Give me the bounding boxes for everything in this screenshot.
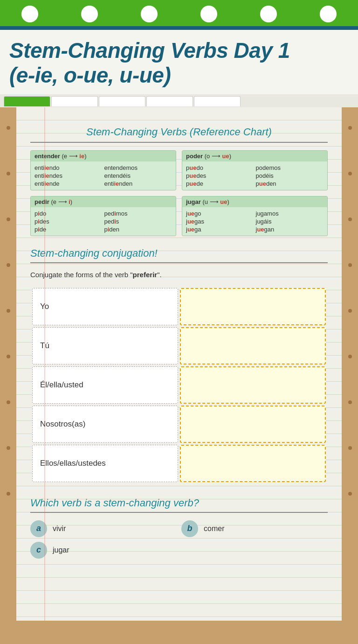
answer-cell-nosotros[interactable] xyxy=(180,406,326,443)
verb-form: piden xyxy=(104,226,172,233)
header-dot-5 xyxy=(260,6,277,22)
verb-form: puedo xyxy=(186,164,254,171)
pronoun-cell-el: Él/ella/usted xyxy=(32,366,178,404)
mc-text-c: jugar xyxy=(53,546,69,554)
mc-text-b: comer xyxy=(204,525,224,533)
verb-form: juego xyxy=(186,210,254,217)
answer-cell-ellos[interactable] xyxy=(180,445,326,482)
verb-box-jugar: jugar (u ⟶ ue) juego jugamos juegas jugá… xyxy=(182,196,328,236)
conjugation-table: Yo Tú Él/ella/usted Nosotros(as) xyxy=(30,286,328,484)
answer-cell-yo[interactable] xyxy=(180,288,326,325)
verb-form: pide xyxy=(34,226,103,233)
conjugation-instruction: Conjugate the forms of the verb "preferi… xyxy=(30,271,328,279)
nav-tab-3[interactable] xyxy=(99,96,145,106)
nav-tab-4[interactable] xyxy=(146,96,193,106)
verb-box-jugar-header: jugar (u ⟶ ue) xyxy=(182,196,327,207)
right-dot-7 xyxy=(348,400,352,404)
verb-form: puede xyxy=(186,180,254,187)
header-dot-6 xyxy=(320,6,337,22)
verb-box-pedir-body: pido pedimos pides pedis pide piden xyxy=(31,207,176,236)
verb-box-entender-body: entiiendo entendemos entiiendes entendéi… xyxy=(31,161,176,190)
verb-form: entiiendo xyxy=(34,164,103,171)
mc-divider xyxy=(30,512,328,513)
header-dot-4 xyxy=(200,6,217,22)
verb-box-poder: poder (o ⟶ ue) puedo podemos puedes podé… xyxy=(182,150,328,190)
right-dot-8 xyxy=(348,446,352,450)
conjugation-row-ellos: Ellos/ellas/ustedes xyxy=(32,445,326,482)
pronoun-cell-yo: Yo xyxy=(32,288,178,325)
mc-option-b[interactable]: b comer xyxy=(181,520,328,537)
verb-box-pedir: pedir (e ⟶ i) pido pedimos pides pedis p… xyxy=(30,196,176,236)
margin-dot-7 xyxy=(7,400,10,404)
nav-tab-5[interactable] xyxy=(194,96,241,106)
mc-badge-c: c xyxy=(30,542,47,559)
right-dot-4 xyxy=(348,263,352,267)
verb-form: entendéis xyxy=(104,172,172,179)
verb-box-jugar-body: juego jugamos juegas jugáis juega juegan xyxy=(182,207,327,236)
margin-dot-5 xyxy=(7,309,10,313)
right-dot-2 xyxy=(348,172,352,175)
right-dot-5 xyxy=(348,309,352,313)
pronoun-cell-nosotros: Nosotros(as) xyxy=(32,406,178,443)
verb-form: podéis xyxy=(256,172,324,179)
verb-form: juegan xyxy=(256,226,324,233)
main-content: Stem-Changing Verbs (Reference Chart) en… xyxy=(16,107,342,621)
nav-tab-1[interactable] xyxy=(4,96,50,106)
conjugation-title: Stem-changing conjugation! xyxy=(30,247,328,259)
conjugation-divider xyxy=(30,262,328,263)
right-margin xyxy=(342,107,358,621)
reference-chart-title: Stem-Changing Verbs (Reference Chart) xyxy=(30,126,328,138)
verb-form: pedis xyxy=(104,218,172,225)
margin-dot-8 xyxy=(7,446,10,450)
title-area: Stem-Changing Verbs Day 1 (e-ie, o-ue, u… xyxy=(0,30,358,94)
verb-form: pides xyxy=(34,218,103,225)
dark-bar xyxy=(0,26,358,30)
answer-cell-el[interactable] xyxy=(180,366,326,404)
mc-option-c[interactable]: c jugar xyxy=(30,542,177,559)
mc-options-grid: a vivir b comer c jugar xyxy=(30,520,328,568)
verb-box-entender-header: entender (e ⟶ ie) xyxy=(31,151,176,161)
pronoun-cell-tu: Tú xyxy=(32,327,178,364)
conjugation-row-yo: Yo xyxy=(32,288,326,325)
verb-form: podemos xyxy=(256,164,324,171)
page-title: Stem-Changing Verbs Day 1 (e-ie, o-ue, u… xyxy=(9,38,349,88)
header-bar xyxy=(0,0,358,26)
answer-cell-tu[interactable] xyxy=(180,327,326,364)
right-dot-9 xyxy=(348,492,352,496)
conjugation-row-tu: Tú xyxy=(32,327,326,364)
header-dot-3 xyxy=(141,6,158,22)
verb-form: juegas xyxy=(186,218,254,225)
verb-box-poder-body: puedo podemos puedes podéis puede pueden xyxy=(182,161,327,190)
verb-form: entendemos xyxy=(104,164,172,171)
verb-form: jugáis xyxy=(256,218,324,225)
verb-form: pueden xyxy=(256,180,324,187)
verb-form: juega xyxy=(186,226,254,233)
mc-badge-b: b xyxy=(181,520,198,537)
conjugation-row-el: Él/ella/usted xyxy=(32,366,326,404)
nav-tab-2[interactable] xyxy=(51,96,98,106)
left-margin xyxy=(0,107,16,621)
verb-form: jugamos xyxy=(256,210,324,217)
margin-dot-4 xyxy=(7,263,10,267)
header-dot-2 xyxy=(81,6,98,22)
mc-option-a[interactable]: a vivir xyxy=(30,520,177,537)
margin-dot-1 xyxy=(7,126,10,130)
reference-chart-divider xyxy=(30,142,328,143)
verb-form: entiiende xyxy=(34,180,103,187)
mc-title: Which verb is a stem-changing verb? xyxy=(30,497,328,509)
verb-form: entiienden xyxy=(104,180,172,187)
verb-form: puedes xyxy=(186,172,254,179)
reference-chart: entender (e ⟶ ie) entiiendo entendemos e… xyxy=(30,150,328,236)
pronoun-cell-ellos: Ellos/ellas/ustedes xyxy=(32,445,178,482)
verb-box-poder-header: poder (o ⟶ ue) xyxy=(182,151,327,161)
verb-form: pedimos xyxy=(104,210,172,217)
margin-dot-3 xyxy=(7,217,10,221)
verb-form: pido xyxy=(34,210,103,217)
verb-box-entender: entender (e ⟶ ie) entiiendo entendemos e… xyxy=(30,150,176,190)
content-wrapper: Stem-Changing Verbs (Reference Chart) en… xyxy=(0,107,358,621)
right-dot-1 xyxy=(348,126,352,130)
margin-dot-6 xyxy=(7,355,10,358)
margin-dot-2 xyxy=(7,172,10,175)
nav-bar xyxy=(0,94,358,107)
right-dot-6 xyxy=(348,355,352,358)
